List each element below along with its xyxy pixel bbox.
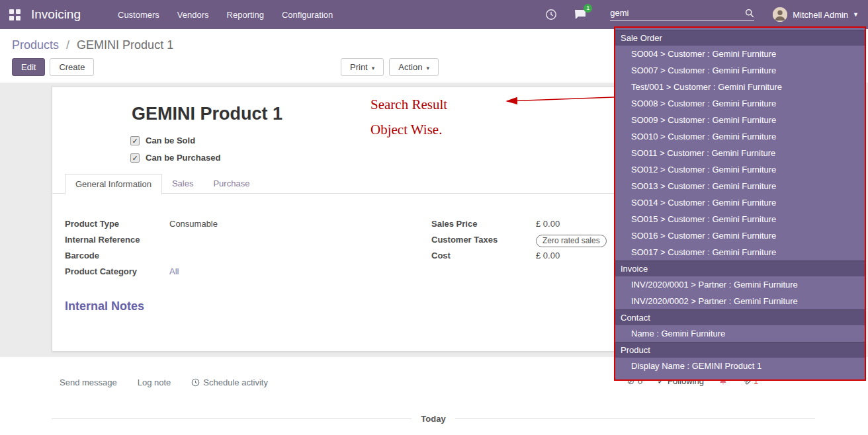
action-label: Action (398, 62, 422, 72)
dropdown-item[interactable]: SO014 > Customer : Gemini Furniture (615, 194, 865, 211)
fields-left: Product TypeConsumableInternal Reference… (65, 219, 425, 282)
create-button[interactable]: Create (50, 58, 94, 76)
print-label: Print (350, 62, 368, 72)
dropdown-item[interactable]: SO007 > Customer : Gemini Furniture (615, 62, 865, 79)
checkbox-label: Can be Purchased (146, 153, 220, 163)
today-label: Today (421, 414, 445, 424)
user-menu[interactable]: Mitchell Admin (793, 10, 848, 20)
schedule-activity-label: Schedule activity (203, 377, 268, 387)
messages-badge: 1 (584, 4, 592, 13)
field-label: Sales Price (431, 219, 536, 229)
app-title[interactable]: Invoicing (31, 7, 81, 22)
dropdown-item[interactable]: Test/001 > Customer : Gemini Furniture (615, 79, 865, 95)
avatar[interactable] (773, 7, 787, 22)
nav-menu-reporting[interactable]: Reporting (227, 10, 264, 20)
checkbox-row: ✓Can be Purchased (130, 153, 220, 163)
nav-menu-customers[interactable]: Customers (118, 10, 159, 20)
dropdown-item[interactable]: SO009 > Customer : Gemini Furniture (615, 112, 865, 128)
dropdown-item[interactable]: Name : Gemini Furniture (615, 325, 865, 342)
clock-icon (191, 378, 200, 387)
annotation: Search Result Object Wise. (370, 97, 447, 147)
dropdown-item[interactable]: SO013 > Customer : Gemini Furniture (615, 178, 865, 194)
field-row: Barcode (65, 251, 425, 264)
annotation-arrow-icon (498, 91, 617, 110)
form-buttons: Edit Create (12, 58, 94, 76)
dropdown-group-product: Product (615, 342, 865, 358)
field-value: £ 0.00 (536, 219, 560, 229)
dropdown-group-invoice: Invoice (615, 260, 865, 276)
checkbox-row: ✓Can be Sold (130, 136, 220, 145)
nav-menu-configuration[interactable]: Configuration (282, 10, 333, 20)
dropdown-item[interactable]: SO004 > Customer : Gemini Furniture (615, 46, 865, 62)
search-dropdown-list: Sale OrderSO004 > Customer : Gemini Furn… (615, 30, 865, 374)
print-dropdown-button[interactable]: Print▾ (341, 58, 384, 76)
tab-general-information[interactable]: General Information (65, 174, 162, 195)
top-navbar: Invoicing CustomersVendorsReportingConfi… (0, 0, 868, 29)
checkbox[interactable]: ✓ (130, 136, 140, 145)
field-label: Product Type (65, 219, 169, 229)
dropdown-item[interactable]: INV/2020/0002 > Partner : Gemini Furnitu… (615, 293, 865, 309)
tax-tag[interactable]: Zero rated sales (536, 235, 607, 247)
field-label: Cost (431, 251, 536, 260)
tab-sales[interactable]: Sales (162, 174, 204, 195)
divider-line (52, 418, 412, 419)
annotation-line2: Object Wise. (370, 122, 447, 138)
today-divider: Today (52, 414, 815, 424)
action-dropdown-button[interactable]: Action▾ (389, 58, 439, 76)
dropdown-item[interactable]: SO016 > Customer : Gemini Furniture (615, 227, 865, 244)
nav-menu-vendors[interactable]: Vendors (177, 10, 209, 20)
chevron-down-icon[interactable]: ▼ (853, 11, 859, 18)
chevron-down-icon: ▾ (426, 65, 429, 71)
field-row: Product TypeConsumable (65, 219, 425, 232)
search-dropdown: Sale OrderSO004 > Customer : Gemini Furn… (614, 26, 866, 381)
send-message-button[interactable]: Send message (60, 377, 117, 387)
messages-icon[interactable]: 1 (574, 9, 586, 20)
checkbox-group: ✓Can be Sold✓Can be Purchased (130, 136, 220, 170)
chevron-down-icon: ▾ (372, 65, 375, 71)
dropdown-group-sale-order: Sale Order (615, 30, 865, 46)
tab-purchase[interactable]: Purchase (203, 174, 259, 195)
checkbox[interactable]: ✓ (130, 153, 140, 163)
field-label: Internal Reference (65, 235, 169, 245)
field-label: Customer Taxes (431, 235, 536, 245)
dropdown-item[interactable]: SO011 > Customer : Gemini Furniture (615, 145, 865, 161)
navbar-right: 1 Mitchell Admin ▼ (545, 7, 868, 22)
breadcrumb-separator: / (66, 38, 69, 52)
schedule-activity-button[interactable]: Schedule activity (191, 377, 268, 387)
dropdown-item[interactable]: INV/2020/0001 > Partner : Gemini Furnitu… (615, 276, 865, 293)
field-label: Barcode (65, 251, 169, 260)
dropdown-item[interactable]: SO008 > Customer : Gemini Furniture (615, 95, 865, 112)
field-value: Consumable (169, 219, 218, 229)
apps-menu-icon[interactable] (9, 9, 21, 20)
dropdown-item[interactable]: SO015 > Customer : Gemini Furniture (615, 211, 865, 227)
dropdown-group-contact: Contact (615, 309, 865, 325)
divider-line (455, 418, 815, 419)
field-label: Product Category (65, 266, 169, 276)
activities-clock-icon[interactable] (545, 9, 557, 20)
dropdown-item[interactable]: SO010 > Customer : Gemini Furniture (615, 128, 865, 145)
toolbar-dropdowns: Print▾ Action▾ (341, 58, 439, 76)
internal-notes-heading: Internal Notes (65, 299, 144, 313)
field-value[interactable]: All (169, 266, 179, 276)
dropdown-item[interactable]: SO012 > Customer : Gemini Furniture (615, 161, 865, 178)
field-row: Product CategoryAll (65, 266, 425, 280)
checkbox-label: Can be Sold (146, 136, 195, 145)
search-icon[interactable] (745, 9, 754, 18)
navbar-search (610, 8, 754, 21)
navbar-menus: CustomersVendorsReportingConfiguration (118, 10, 333, 20)
search-input[interactable] (610, 8, 745, 18)
log-note-button[interactable]: Log note (138, 377, 171, 387)
breadcrumb-products-link[interactable]: Products (12, 38, 59, 52)
breadcrumb: Products / GEMINI Product 1 (12, 38, 173, 52)
field-row: Internal Reference (65, 235, 425, 248)
dropdown-item[interactable]: Display Name : GEMINI Product 1 (615, 358, 865, 374)
field-value: £ 0.00 (536, 251, 560, 260)
annotation-line1: Search Result (370, 97, 447, 113)
breadcrumb-current: GEMINI Product 1 (77, 38, 173, 52)
screen: Invoicing CustomersVendorsReportingConfi… (0, 0, 868, 435)
edit-button[interactable]: Edit (12, 58, 45, 76)
product-title: GEMINI Product 1 (132, 104, 282, 124)
chatter-actions: Send message Log note Schedule activity (60, 377, 268, 387)
dropdown-item[interactable]: SO017 > Customer : Gemini Furniture (615, 244, 865, 260)
